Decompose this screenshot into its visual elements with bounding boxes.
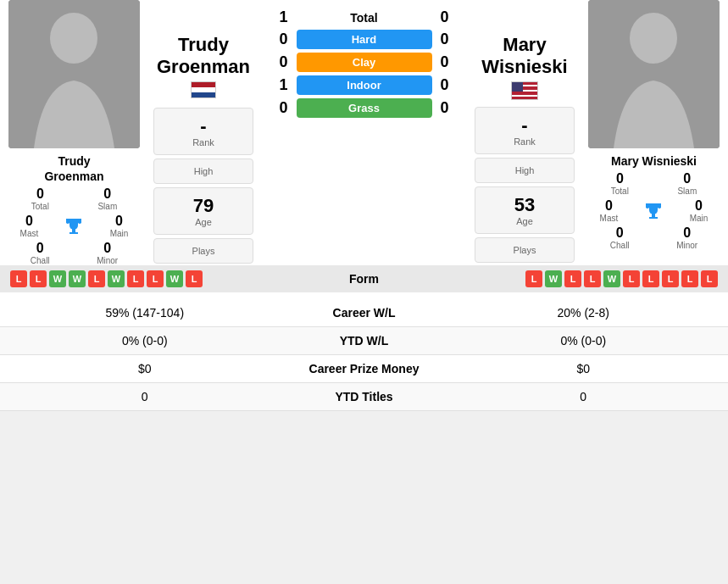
left-info-column: Trudy Groenman - Rank High 79 Age Plays	[148, 0, 258, 265]
stat-left-val-1: 0% (0-0)	[10, 334, 280, 348]
left-form-badges: LLWWLWLLWL	[10, 270, 322, 287]
stat-center-label-1: YTD W/L	[280, 334, 449, 348]
right-form-badge-0: L	[525, 270, 542, 287]
stats-row-0: 59% (147-104)Career W/L20% (2-8)	[0, 299, 728, 327]
right-mast-stat: 0 Mast	[600, 198, 619, 223]
stats-row-2: $0Career Prize Money$0	[0, 355, 728, 383]
right-player-main-name: Mary Wisnieski	[470, 34, 580, 78]
left-rank-panel: - Rank	[153, 108, 253, 155]
right-chall-stat: 0 Chall	[610, 225, 630, 250]
us-flag	[511, 81, 538, 100]
left-player-silhouette	[8, 0, 140, 148]
right-form-badge-6: L	[642, 270, 659, 287]
left-chall-stat: 0 Chall	[31, 241, 50, 265]
left-player-stats: 0 Total 0 Slam 0 Mast	[0, 184, 148, 265]
stat-right-val-1: 0% (0-0)	[449, 334, 719, 348]
right-player-name: Mary Wisnieski	[611, 153, 697, 169]
left-form-badge-6: L	[127, 270, 144, 287]
surface-scores: 1 Total 0 0 Hard 0 0 Clay 0 1	[271, 8, 458, 121]
stat-center-label-2: Career Prize Money	[280, 362, 449, 375]
left-flag	[191, 81, 216, 101]
right-player-silhouette	[588, 0, 720, 148]
stats-row-1: 0% (0-0)YTD W/L0% (0-0)	[0, 327, 728, 355]
trophy-icon-right	[644, 202, 663, 220]
right-main-stat: 0 Main	[690, 198, 709, 223]
stat-left-val-0: 59% (147-104)	[10, 306, 280, 320]
right-minor-stat: 0 Minor	[676, 225, 697, 250]
right-form-badge-5: L	[623, 270, 640, 287]
stat-center-label-0: Career W/L	[280, 306, 449, 320]
svg-rect-7	[649, 217, 658, 219]
svg-rect-6	[652, 214, 655, 217]
players-section: Trudy Groenman 0 Total 0 Slam 0	[0, 0, 728, 265]
left-form-badge-9: L	[186, 270, 203, 287]
right-form-badge-1: W	[545, 270, 562, 287]
left-age-panel: 79 Age	[153, 187, 253, 235]
left-total-stat: 0 Total	[31, 186, 49, 211]
bottom-stats: 59% (147-104)Career W/L20% (2-8)0% (0-0)…	[0, 299, 728, 411]
right-form-badge-2: L	[564, 270, 581, 287]
left-main-stat: 0 Main	[110, 214, 129, 238]
center-match-column: 1 Total 0 0 Hard 0 0 Clay 0 1	[258, 0, 470, 265]
left-plays-panel: Plays	[153, 238, 253, 264]
left-form-badge-7: L	[147, 270, 164, 287]
right-form-badge-8: L	[681, 270, 698, 287]
left-form-badge-1: L	[30, 270, 47, 287]
form-label: Form	[322, 272, 407, 286]
left-player-card: Trudy Groenman 0 Total 0 Slam 0	[0, 0, 148, 265]
left-form-badge-2: W	[49, 270, 66, 287]
right-form-badge-7: L	[662, 270, 679, 287]
right-slam-stat: 0 Slam	[677, 171, 697, 196]
left-slam-stat: 0 Slam	[97, 186, 117, 211]
stat-right-val-3: 0	[449, 390, 719, 403]
left-form-badge-4: L	[88, 270, 105, 287]
svg-point-1	[50, 13, 97, 64]
svg-point-5	[630, 13, 677, 64]
right-rank-panel: - Rank	[475, 107, 575, 154]
right-form-badges: LWLLWLLLLL	[407, 270, 719, 287]
form-section: LLWWLWLLWL Form LWLLWLLLLL	[0, 265, 728, 292]
right-trophy	[644, 198, 663, 223]
total-row: 1 Total 0	[271, 8, 458, 26]
left-player-name: Trudy Groenman	[44, 153, 103, 184]
right-player-avatar	[588, 0, 720, 148]
left-mast-stat: 0 Mast	[20, 214, 39, 238]
trophy-icon	[64, 217, 83, 236]
right-form-badge-4: W	[603, 270, 620, 287]
stat-center-label-3: YTD Titles	[280, 390, 449, 403]
left-player-main-name: Trudy Groenman	[157, 34, 250, 78]
left-high-panel: High	[153, 159, 253, 184]
left-player-avatar	[8, 0, 140, 148]
stat-left-val-2: $0	[10, 362, 280, 375]
left-form-badge-8: W	[166, 270, 183, 287]
right-total-stat: 0 Total	[611, 171, 629, 196]
right-high-panel: High	[475, 158, 575, 183]
stat-right-val-0: 20% (2-8)	[449, 306, 719, 320]
main-container: Trudy Groenman 0 Total 0 Slam 0	[0, 0, 728, 411]
svg-rect-3	[69, 232, 78, 234]
left-form-badge-5: W	[108, 270, 125, 287]
left-form-badge-3: W	[69, 270, 86, 287]
right-plays-panel: Plays	[475, 237, 575, 263]
clay-row: 0 Clay 0	[271, 53, 458, 72]
right-age-panel: 53 Age	[475, 186, 575, 234]
right-player-card: Mary Wisnieski 0 Total 0 Slam 0	[580, 0, 728, 265]
stat-right-val-2: $0	[449, 362, 719, 375]
right-info-column: Mary Wisnieski - Rank	[470, 0, 580, 265]
right-player-stats: 0 Total 0 Slam 0 Mast	[580, 169, 728, 250]
grass-row: 0 Grass 0	[271, 98, 458, 118]
hard-row: 0 Hard 0	[271, 30, 458, 49]
stats-row-3: 0YTD Titles0	[0, 383, 728, 411]
left-form-badge-0: L	[10, 270, 27, 287]
right-form-badge-3: L	[584, 270, 601, 287]
left-trophy	[64, 214, 83, 238]
svg-rect-2	[72, 229, 75, 232]
stat-left-val-3: 0	[10, 390, 280, 403]
right-flag	[511, 81, 538, 100]
right-form-badge-9: L	[701, 270, 718, 287]
left-minor-stat: 0 Minor	[97, 241, 118, 265]
indoor-row: 1 Indoor 0	[271, 75, 458, 95]
